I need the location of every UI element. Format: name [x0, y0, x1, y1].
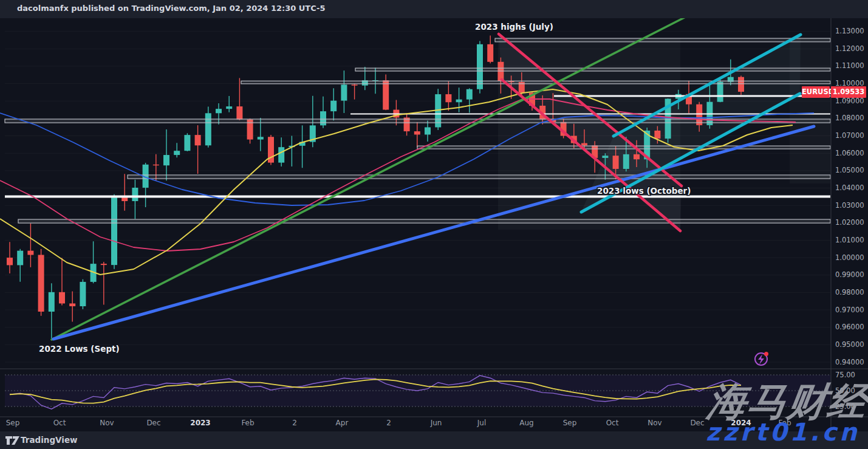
tradingview-chart-page: dacolmanfx published on TradingView.com,…: [0, 0, 868, 449]
time-tick: Jul: [477, 419, 486, 427]
annotation-label: 2023 highs (July): [475, 22, 553, 32]
price-tick: 1.05000: [835, 166, 864, 174]
time-tick: 2: [386, 419, 391, 427]
candle: [17, 251, 23, 266]
annotation-label: 2022 Lows (Sept): [39, 344, 120, 354]
candle: [352, 84, 358, 85]
time-tick: Jun: [430, 419, 442, 427]
candle: [59, 292, 65, 304]
candle: [613, 156, 619, 169]
candle: [445, 94, 451, 102]
price-tick: 0.94000: [835, 358, 864, 366]
candle: [456, 100, 462, 103]
candle: [581, 143, 587, 146]
candle: [49, 292, 55, 312]
candle: [69, 303, 75, 306]
candle: [341, 84, 347, 100]
price-tick: 1.12000: [835, 44, 864, 53]
time-tick: Apr: [336, 419, 349, 427]
candle: [153, 165, 159, 165]
candle: [623, 154, 629, 169]
candle: [654, 131, 660, 139]
price-tick: 1.06000: [835, 149, 864, 157]
candle: [205, 113, 211, 145]
candle: [195, 135, 201, 145]
time-tick: Feb: [241, 419, 254, 427]
time-tick: Dec: [146, 419, 160, 427]
candle: [163, 155, 169, 165]
price-tick: 0.99000: [835, 270, 864, 279]
price-tick: 0.95000: [835, 340, 864, 349]
candle: [602, 156, 608, 158]
candle: [132, 188, 138, 201]
candle: [80, 282, 86, 306]
price-tick: 1.13000: [835, 27, 864, 35]
price-tick: 1.04000: [835, 183, 864, 192]
candle: [111, 196, 117, 265]
time-tick: Aug: [519, 419, 533, 427]
candle: [7, 258, 13, 265]
price-tick: 0.98000: [835, 288, 864, 296]
price-tick: 1.01000: [835, 236, 864, 244]
candle: [27, 251, 33, 255]
price-tick: 1.08000: [835, 114, 864, 122]
tradingview-logo-icon[interactable]: [5, 435, 21, 446]
symbol-badge[interactable]: EURUSD: [802, 86, 830, 98]
candle: [425, 128, 431, 135]
time-tick: Oct: [606, 419, 619, 427]
time-tick: Sep: [6, 419, 20, 427]
time-tick: 2023: [190, 419, 210, 427]
candle: [278, 147, 284, 162]
candle: [38, 255, 44, 312]
time-axis: SepOctNovDec2023Feb2Apr2JunJulAugSepOctN…: [6, 419, 791, 427]
price-tick: 1.07000: [835, 131, 864, 140]
time-tick: Nov: [100, 419, 114, 427]
candle: [330, 101, 337, 111]
price-tick: 1.11000: [835, 61, 864, 70]
candle: [466, 89, 473, 100]
candle: [320, 111, 326, 125]
candle: [236, 106, 242, 119]
candle: [738, 77, 744, 92]
candle: [414, 131, 420, 134]
price-axis: 1.140001.130001.120001.110001.100001.090…: [831, 10, 864, 432]
candle: [258, 137, 264, 139]
time-tick: Nov: [648, 419, 661, 427]
candle: [184, 135, 190, 151]
price-grid: [5, 14, 830, 362]
price-tick: 0.96000: [835, 323, 864, 331]
price-tick: 1.00000: [835, 253, 864, 262]
candle: [101, 264, 107, 265]
candle: [383, 80, 389, 109]
candle: [487, 44, 493, 62]
ideas-stream-icon[interactable]: [755, 352, 768, 365]
publish-line: dacolmanfx published on TradingView.com,…: [17, 4, 326, 13]
candle: [216, 109, 222, 113]
watermark-url: zzrt01.cn: [706, 418, 859, 446]
time-tick: Oct: [53, 419, 66, 427]
annotation-label: 2023 lows (October): [597, 186, 691, 196]
price-tick: 1.02000: [835, 218, 864, 227]
candle: [634, 154, 640, 159]
candle: [717, 82, 723, 102]
last-price-badge[interactable]: 1.09533: [831, 86, 866, 98]
price-tick: 1.03000: [835, 201, 864, 210]
publish-bar: dacolmanfx published on TradingView.com,…: [0, 0, 868, 18]
tradingview-brand[interactable]: TradingView: [21, 435, 78, 445]
time-tick: Sep: [563, 419, 577, 427]
candle: [226, 106, 232, 109]
time-tick: 2: [292, 419, 297, 427]
candle: [174, 151, 180, 155]
price-tick: 0.97000: [835, 306, 864, 314]
